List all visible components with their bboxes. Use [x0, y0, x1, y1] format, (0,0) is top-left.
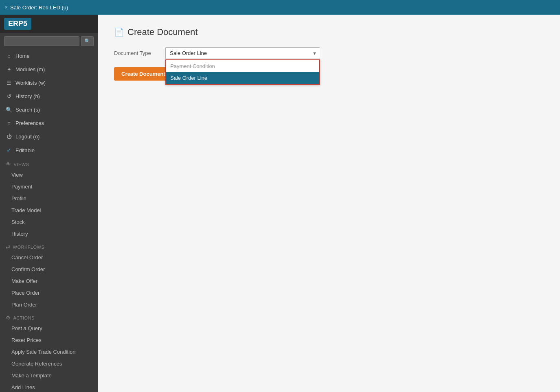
- sidebar-item-history-label: History (h): [15, 93, 40, 99]
- tab[interactable]: × Sale Order: Red LED (u): [5, 4, 68, 11]
- document-type-label: Document Type: [114, 47, 159, 56]
- sidebar-item-home[interactable]: ⌂ Home: [0, 49, 98, 63]
- logout-icon: ⏻: [6, 134, 12, 140]
- sidebar-item-confirm-order[interactable]: Confirm Order: [0, 263, 98, 275]
- document-type-control: Payment Condition Sale Order Line ▼ Paym…: [165, 47, 320, 59]
- sidebar-search: 🔍: [0, 33, 98, 49]
- document-type-select[interactable]: Payment Condition Sale Order Line: [165, 47, 320, 59]
- close-icon[interactable]: ×: [5, 4, 8, 10]
- sidebar-item-make-offer[interactable]: Make Offer: [0, 275, 98, 287]
- sidebar-item-profile[interactable]: Profile: [0, 193, 98, 204]
- views-section-icon: 👁: [6, 161, 11, 167]
- sidebar-item-generate-references[interactable]: Generate References: [0, 358, 98, 370]
- sidebar-item-payment[interactable]: Payment: [0, 181, 98, 193]
- sidebar-item-logout-label: Logout (o): [15, 134, 40, 140]
- dropdown-item-payment-condition[interactable]: Payment Condition: [166, 60, 319, 72]
- sidebar-item-add-lines[interactable]: Add Lines: [0, 381, 98, 392]
- sidebar-item-plan-order[interactable]: Plan Order: [0, 299, 98, 311]
- sidebar-item-search-label: Search (s): [15, 107, 40, 113]
- tab-label: Sale Order: Red LED (u): [10, 4, 68, 11]
- sidebar-item-cancel-order[interactable]: Cancel Order: [0, 252, 98, 263]
- sidebar-item-search[interactable]: 🔍 Search (s): [0, 103, 98, 116]
- sidebar: ERP5 🔍 ⌂ Home ✦ Modules (m) ☰ Worklists …: [0, 15, 98, 392]
- dropdown-item-sale-order-line[interactable]: Sale Order Line: [166, 72, 319, 84]
- sidebar-item-make-template[interactable]: Make a Template: [0, 370, 98, 381]
- worklists-icon: ☰: [6, 80, 12, 86]
- sidebar-item-editable[interactable]: ✓ Editable: [0, 143, 98, 157]
- sidebar-item-modules-label: Modules (m): [15, 66, 45, 72]
- sidebar-item-worklists[interactable]: ☰ Worklists (w): [0, 76, 98, 90]
- section-workflows: ⇄ WORKFLOWS: [0, 240, 98, 252]
- sidebar-item-reset-prices[interactable]: Reset Prices: [0, 334, 98, 346]
- sidebar-item-logout[interactable]: ⏻ Logout (o): [0, 130, 98, 143]
- main-layout: ERP5 🔍 ⌂ Home ✦ Modules (m) ☰ Worklists …: [0, 15, 560, 392]
- sidebar-item-home-label: Home: [15, 53, 30, 59]
- page-title: 📄 Create Document: [114, 27, 544, 37]
- sidebar-item-apply-sale-trade[interactable]: Apply Sale Trade Condition: [0, 346, 98, 358]
- section-actions: ⚙ ACTIONS: [0, 311, 98, 322]
- create-document-button[interactable]: Create Document: [114, 67, 173, 81]
- logo-area: ERP5: [0, 15, 98, 33]
- section-views-label: VIEWS: [14, 162, 29, 167]
- sidebar-item-trade-model[interactable]: Trade Model: [0, 204, 98, 216]
- sidebar-item-view[interactable]: View: [0, 169, 98, 181]
- sidebar-item-history[interactable]: ↺ History (h): [0, 90, 98, 103]
- content-area: 📄 Create Document Document Type Payment …: [98, 15, 560, 392]
- sidebar-item-worklists-label: Worklists (w): [15, 80, 46, 86]
- document-type-row: Document Type Payment Condition Sale Ord…: [114, 47, 544, 59]
- sidebar-item-editable-label: Editable: [15, 147, 35, 153]
- page-title-text: Create Document: [127, 27, 198, 37]
- search-input[interactable]: [4, 36, 79, 46]
- preferences-icon: ≡: [6, 120, 12, 126]
- document-icon: 📄: [114, 27, 124, 37]
- sidebar-item-preferences-label: Preferences: [15, 120, 44, 126]
- sidebar-item-post-query[interactable]: Post a Query: [0, 322, 98, 334]
- sidebar-item-stock[interactable]: Stock: [0, 216, 98, 228]
- search-icon: 🔍: [6, 107, 12, 113]
- actions-section-icon: ⚙: [6, 315, 11, 321]
- logo[interactable]: ERP5: [4, 18, 31, 30]
- sidebar-item-history-view[interactable]: History: [0, 228, 98, 240]
- section-actions-label: ACTIONS: [13, 315, 35, 320]
- home-icon: ⌂: [6, 53, 12, 59]
- history-icon: ↺: [6, 93, 12, 99]
- top-bar: × Sale Order: Red LED (u): [0, 0, 560, 15]
- sidebar-item-preferences[interactable]: ≡ Preferences: [0, 116, 98, 130]
- sidebar-item-modules[interactable]: ✦ Modules (m): [0, 63, 98, 76]
- modules-icon: ✦: [6, 66, 12, 72]
- workflows-section-icon: ⇄: [6, 244, 11, 250]
- dropdown-list: Payment Condition Sale Order Line: [165, 59, 320, 85]
- section-views: 👁 VIEWS: [0, 157, 98, 169]
- sidebar-item-place-order[interactable]: Place Order: [0, 287, 98, 299]
- section-workflows-label: WORKFLOWS: [13, 245, 45, 250]
- search-button[interactable]: 🔍: [81, 36, 94, 46]
- check-icon: ✓: [6, 147, 12, 153]
